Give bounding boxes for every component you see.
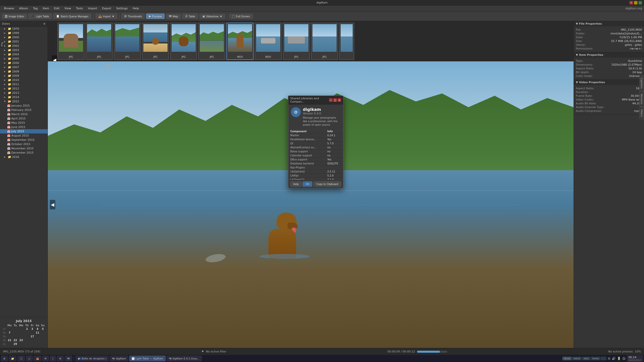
circle-indicator[interactable] bbox=[106, 64, 110, 69]
tree-month-jun2015[interactable]: 📅 June 2015 bbox=[0, 125, 48, 129]
taskbar-screenshot-btn[interactable]: 📷 bbox=[65, 356, 72, 361]
workspace-data2[interactable]: data2 bbox=[572, 357, 582, 360]
prev-thumb-btn[interactable]: ◀ bbox=[52, 55, 57, 61]
taskbar-thunderbird-btn[interactable]: ✉ bbox=[42, 356, 49, 361]
tree-year-2013[interactable]: ▶ 📁 2013 bbox=[0, 91, 48, 95]
menu-settings[interactable]: Settings bbox=[114, 6, 130, 11]
cal-day[interactable] bbox=[7, 342, 13, 346]
taskbar-media-btn[interactable]: ♪ bbox=[50, 356, 56, 361]
volume-icon[interactable]: 🔊 bbox=[612, 357, 616, 360]
tree-year-2002[interactable]: ▶ 📁 2002 bbox=[0, 44, 48, 48]
cal-day[interactable]: 4 bbox=[35, 327, 40, 331]
menu-album[interactable]: Album bbox=[17, 6, 30, 11]
tab-filters[interactable]: Filters bbox=[639, 107, 644, 119]
workspace-empty[interactable] bbox=[601, 357, 606, 360]
image-editor-btn[interactable]: 🖼 Image Editor bbox=[2, 14, 27, 19]
menu-import[interactable]: Import bbox=[86, 6, 99, 11]
cal-day[interactable]: 2 bbox=[24, 327, 30, 331]
cal-day[interactable] bbox=[18, 342, 24, 346]
menu-tools[interactable]: Tools bbox=[74, 6, 85, 11]
tree-year-2011[interactable]: ▶ 📁 2011 bbox=[0, 82, 48, 86]
cal-day[interactable] bbox=[40, 338, 46, 342]
menu-help[interactable]: Help bbox=[131, 6, 141, 11]
cal-day[interactable] bbox=[35, 338, 40, 342]
cal-day[interactable] bbox=[24, 338, 30, 342]
fullscreen-btn[interactable]: ⛶ Full Screen bbox=[229, 14, 253, 19]
cal-day[interactable] bbox=[24, 331, 30, 335]
menu-export[interactable]: Export bbox=[100, 6, 113, 11]
workspace-devel[interactable]: devel bbox=[562, 357, 572, 360]
tab-captions[interactable]: Captions bbox=[639, 75, 644, 91]
tree-month-nov2015[interactable]: 📅 November 2015 bbox=[0, 146, 48, 151]
about-copy-btn[interactable]: Copy to Clipboard bbox=[313, 182, 341, 187]
preview-btn[interactable]: ▶ Preview bbox=[146, 14, 165, 19]
tree-year-2016[interactable]: ▶ 📁 2016 bbox=[0, 155, 48, 159]
taskbar-files-btn[interactable]: 📁 bbox=[9, 356, 16, 361]
power-icon[interactable]: ⏻ bbox=[622, 357, 625, 360]
tree-year-2000[interactable]: ▶ 📁 2000 bbox=[0, 35, 48, 39]
menu-view[interactable]: View bbox=[62, 6, 73, 11]
light-table-btn[interactable]: ⬛ Light Table bbox=[28, 14, 52, 19]
cal-day[interactable] bbox=[18, 327, 24, 331]
tree-year-2006[interactable]: ▶ 📁 2006 bbox=[0, 61, 48, 65]
minimize-window-btn[interactable]: − bbox=[634, 1, 637, 5]
cal-day[interactable]: 21 bbox=[7, 338, 13, 342]
cal-day[interactable] bbox=[30, 342, 35, 346]
cal-day[interactable] bbox=[13, 327, 18, 331]
thumbnail-item[interactable]: JPG bbox=[86, 23, 113, 60]
taskbar-settings-btn[interactable]: ⚙ bbox=[57, 356, 64, 361]
taskbar-firefox-btn[interactable]: 🦊 bbox=[34, 356, 41, 361]
cal-day[interactable]: 5 bbox=[40, 327, 46, 331]
thumbnail-item[interactable]: JPG bbox=[311, 23, 338, 60]
tree-year-2007[interactable]: ▶ 📁 2007 bbox=[0, 65, 48, 69]
thumbnail-item[interactable]: JPG bbox=[283, 23, 310, 60]
cal-day[interactable]: 7 bbox=[7, 331, 13, 335]
preview-prev-btn[interactable]: ◀ bbox=[50, 200, 55, 209]
cal-day[interactable] bbox=[40, 331, 46, 335]
file-properties-header[interactable]: ▼ File Properties bbox=[574, 21, 644, 26]
cal-day[interactable] bbox=[18, 331, 24, 335]
taskbar-group-btn[interactable]: 📷 digiKam-5.4.1-Grou... bbox=[167, 356, 202, 361]
cal-day[interactable] bbox=[24, 335, 30, 338]
tree-year-1999[interactable]: ▶ 📁 1999 bbox=[0, 31, 48, 35]
taskbar-kde-btn[interactable]: ⚙ bbox=[1, 356, 8, 361]
tree-month-aug2015[interactable]: 📅 August 2015 bbox=[0, 133, 48, 138]
about-close-btn[interactable]: ✕ bbox=[338, 98, 341, 102]
tree-year-2009[interactable]: ▶ 📁 2009 bbox=[0, 74, 48, 78]
tree-month-may2015[interactable]: 📅 May 2015 bbox=[0, 121, 48, 125]
tab-map[interactable]: Map bbox=[0, 40, 4, 49]
about-restore-btn[interactable]: □ bbox=[333, 98, 337, 102]
thumbnail-item[interactable]: JPG bbox=[198, 23, 225, 60]
cal-day[interactable] bbox=[30, 338, 35, 342]
about-ok-btn[interactable]: OK bbox=[303, 182, 312, 187]
about-help-btn[interactable]: Help bbox=[290, 182, 302, 187]
tree-year-2001[interactable]: ▶ 📁 2001 bbox=[0, 39, 48, 44]
taskbar-inbox-btn[interactable]: 📬 Boîte de réception ( bbox=[75, 356, 109, 361]
cal-day[interactable] bbox=[13, 335, 18, 338]
thumbnail-item[interactable]: JPG bbox=[170, 23, 197, 60]
maximize-window-btn[interactable]: □ bbox=[638, 1, 642, 5]
cal-day[interactable] bbox=[13, 331, 18, 335]
thumbnail-item[interactable] bbox=[339, 23, 354, 60]
thumbnail-item[interactable]: JPG bbox=[114, 23, 141, 60]
tree-year-2005[interactable]: ▶ 📁 2005 bbox=[0, 57, 48, 61]
cal-day[interactable]: 23 bbox=[18, 338, 24, 342]
sidebar-options-icon[interactable]: ⚙ bbox=[43, 22, 46, 25]
tree-year-2014[interactable]: ▶ 📁 2014 bbox=[0, 95, 48, 99]
tree-year-2003[interactable]: ▶ 📁 2003 bbox=[0, 48, 48, 52]
thumbnail-item[interactable]: JPG bbox=[57, 23, 85, 60]
table-btn[interactable]: ☰ Table bbox=[182, 14, 198, 19]
menu-tag[interactable]: Tag bbox=[31, 6, 40, 11]
cal-day[interactable]: 29 bbox=[13, 342, 18, 346]
cal-day[interactable] bbox=[40, 335, 46, 338]
cal-day[interactable] bbox=[40, 342, 46, 346]
cal-day[interactable] bbox=[7, 327, 13, 331]
website-link[interactable]: digiKam.org bbox=[625, 7, 642, 10]
tree-year-2004[interactable]: ▶ 📁 2004 bbox=[0, 52, 48, 57]
workspace-data[interactable]: data bbox=[582, 357, 590, 360]
tree-year-2008[interactable]: ▶ 📁 2008 bbox=[0, 69, 48, 74]
menu-browse[interactable]: Browse bbox=[2, 6, 16, 11]
tree-month-mar2015[interactable]: 📅 March 2015 bbox=[0, 112, 48, 116]
cal-day[interactable]: 22 bbox=[13, 338, 18, 342]
thumbnail-item-selected[interactable]: MOV bbox=[226, 23, 254, 60]
